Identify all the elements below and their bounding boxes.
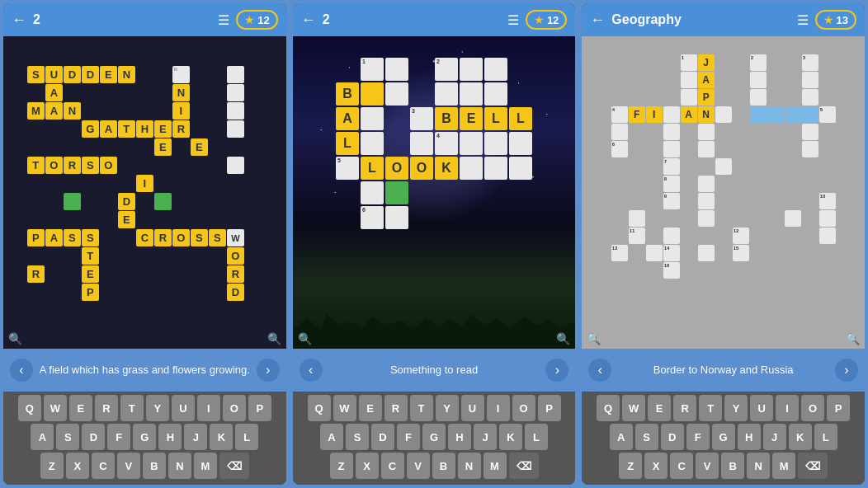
key-w-1[interactable]: W (44, 395, 67, 421)
key-m-2[interactable]: M (484, 453, 507, 479)
key-backspace-3[interactable]: ⌫ (798, 453, 828, 479)
key-e-3[interactable]: E (648, 395, 671, 421)
key-o-2[interactable]: O (512, 395, 535, 421)
back-button-3[interactable]: ← (590, 12, 605, 29)
key-u-2[interactable]: U (461, 395, 484, 421)
key-n-2[interactable]: N (458, 453, 481, 479)
key-p-2[interactable]: P (538, 395, 561, 421)
menu-icon-1[interactable]: ☰ (218, 12, 229, 28)
key-g-1[interactable]: G (133, 424, 156, 450)
key-p-3[interactable]: P (827, 395, 850, 421)
key-b-2[interactable]: B (432, 453, 455, 479)
key-g-3[interactable]: G (712, 424, 735, 450)
key-c-3[interactable]: C (670, 453, 693, 479)
key-m-3[interactable]: M (772, 453, 795, 479)
key-x-3[interactable]: X (644, 453, 668, 479)
key-i-3[interactable]: I (776, 395, 799, 421)
key-k-3[interactable]: K (789, 424, 812, 450)
key-w-2[interactable]: W (333, 395, 356, 421)
key-w-3[interactable]: W (622, 395, 645, 421)
key-z-3[interactable]: Z (619, 453, 642, 479)
key-r-1[interactable]: R (95, 395, 118, 421)
key-v-3[interactable]: V (696, 453, 719, 479)
key-y-2[interactable]: Y (436, 395, 459, 421)
key-x-1[interactable]: X (66, 453, 89, 479)
clue-next-button-2[interactable]: › (545, 359, 568, 382)
key-t-1[interactable]: T (120, 395, 144, 421)
key-q-2[interactable]: Q (308, 395, 331, 421)
key-z-1[interactable]: Z (40, 453, 64, 479)
key-i-2[interactable]: I (487, 395, 510, 421)
cell (681, 141, 697, 157)
clue-prev-button-1[interactable]: ‹ (10, 359, 33, 382)
key-j-2[interactable]: J (474, 424, 497, 450)
clue-prev-button-2[interactable]: ‹ (300, 359, 323, 382)
key-h-1[interactable]: H (158, 424, 182, 450)
key-a-3[interactable]: A (610, 424, 633, 450)
clue-prev-button-3[interactable]: ‹ (588, 359, 611, 382)
key-s-2[interactable]: S (346, 424, 369, 450)
key-c-1[interactable]: C (92, 453, 115, 479)
zoom-out-icon-1[interactable]: 🔍 (8, 332, 22, 345)
key-t-3[interactable]: T (699, 395, 722, 421)
key-d-2[interactable]: D (371, 424, 394, 450)
key-y-1[interactable]: Y (146, 395, 169, 421)
menu-icon-2[interactable]: ☰ (507, 12, 519, 28)
key-t-2[interactable]: T (410, 395, 433, 421)
key-f-1[interactable]: F (107, 424, 130, 450)
key-l-1[interactable]: L (235, 424, 258, 450)
clue-next-button-1[interactable]: › (257, 359, 280, 382)
key-backspace-2[interactable]: ⌫ (509, 453, 539, 479)
key-v-2[interactable]: V (407, 453, 430, 479)
key-e-2[interactable]: E (359, 395, 382, 421)
key-l-3[interactable]: L (814, 424, 837, 450)
key-g-2[interactable]: G (422, 424, 446, 450)
key-n-3[interactable]: N (747, 453, 770, 479)
zoom-in-icon-1[interactable]: 🔍 (267, 332, 281, 345)
zoom-out-icon-3[interactable]: 🔍 (587, 332, 601, 345)
key-x-2[interactable]: X (356, 453, 379, 479)
key-f-2[interactable]: F (397, 424, 420, 450)
key-backspace-1[interactable]: ⌫ (219, 453, 249, 479)
key-o-1[interactable]: O (223, 395, 246, 421)
key-m-1[interactable]: M (194, 453, 217, 479)
key-d-1[interactable]: D (82, 424, 105, 450)
key-o-3[interactable]: O (801, 395, 824, 421)
key-k-1[interactable]: K (210, 424, 233, 450)
key-h-2[interactable]: H (448, 424, 471, 450)
key-h-3[interactable]: H (738, 424, 761, 450)
key-j-1[interactable]: J (184, 424, 207, 450)
key-f-3[interactable]: F (686, 424, 710, 450)
key-y-3[interactable]: Y (724, 395, 748, 421)
key-l-2[interactable]: L (525, 424, 548, 450)
zoom-out-icon-2[interactable]: 🔍 (298, 332, 312, 345)
menu-icon-3[interactable]: ☰ (797, 12, 809, 28)
key-b-1[interactable]: B (143, 453, 166, 479)
key-c-2[interactable]: C (381, 453, 404, 479)
key-u-3[interactable]: U (750, 395, 773, 421)
key-e-1[interactable]: E (69, 395, 92, 421)
key-n-1[interactable]: N (168, 453, 191, 479)
key-z-2[interactable]: Z (330, 453, 353, 479)
clue-next-button-3[interactable]: › (835, 359, 858, 382)
key-s-1[interactable]: S (56, 424, 79, 450)
key-a-2[interactable]: A (320, 424, 343, 450)
zoom-in-icon-2[interactable]: 🔍 (556, 332, 570, 345)
key-r-2[interactable]: R (384, 395, 408, 421)
key-s-3[interactable]: S (635, 424, 658, 450)
key-a-1[interactable]: A (31, 424, 54, 450)
key-u-1[interactable]: U (172, 395, 195, 421)
key-j-3[interactable]: J (763, 424, 786, 450)
key-k-2[interactable]: K (499, 424, 522, 450)
key-q-1[interactable]: Q (18, 395, 41, 421)
key-v-1[interactable]: V (117, 453, 140, 479)
key-p-1[interactable]: P (248, 395, 271, 421)
key-q-3[interactable]: Q (597, 395, 620, 421)
key-b-3[interactable]: B (721, 453, 744, 479)
back-button-2[interactable]: ← (301, 12, 316, 29)
key-i-1[interactable]: I (197, 395, 220, 421)
back-button-1[interactable]: ← (12, 12, 26, 29)
zoom-in-icon-3[interactable]: 🔍 (846, 332, 860, 345)
key-d-3[interactable]: D (661, 424, 684, 450)
key-r-3[interactable]: R (673, 395, 696, 421)
